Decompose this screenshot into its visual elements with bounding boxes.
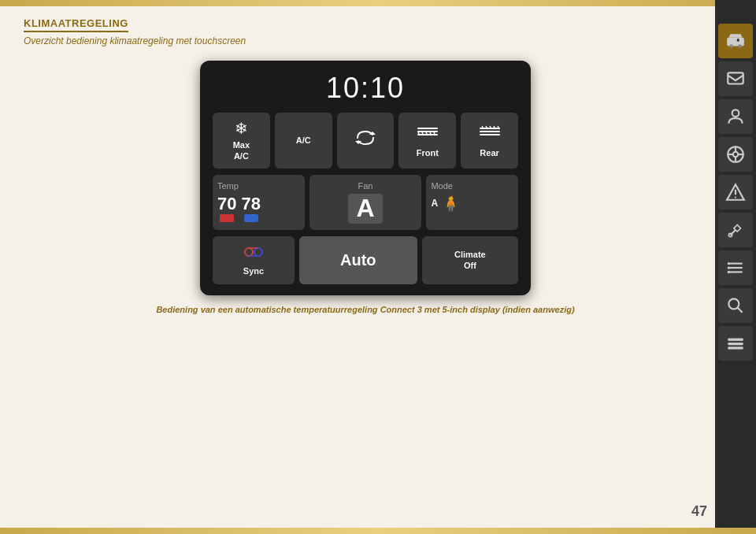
mode-value: A	[431, 198, 438, 209]
fan-panel[interactable]: Fan A	[309, 175, 422, 230]
svg-rect-12	[727, 38, 744, 46]
max-ac-label: MaxA/C	[233, 139, 250, 162]
top-button-row: ❄ MaxA/C A/C	[213, 113, 518, 169]
svg-rect-6	[480, 131, 500, 132]
sidebar-item-wheel[interactable]	[718, 137, 753, 172]
front-defrost-button[interactable]: Front	[398, 113, 456, 169]
sidebar-item-warning[interactable]	[718, 175, 753, 210]
front-defrost-label: Front	[417, 147, 439, 158]
recirculate-button[interactable]	[337, 113, 395, 169]
car-info-icon	[725, 31, 746, 51]
ac-button[interactable]: A/C	[275, 113, 332, 169]
svg-rect-37	[728, 339, 743, 341]
temp-right-value: 78	[241, 194, 260, 214]
list-icon	[725, 258, 746, 278]
svg-rect-17	[728, 72, 743, 83]
sync-label: Sync	[243, 265, 264, 276]
svg-rect-4	[417, 128, 438, 129]
fan-label: Fan	[358, 181, 373, 191]
temp-right-bar	[244, 214, 258, 222]
svg-rect-38	[728, 343, 743, 345]
sidebar-item-tools[interactable]	[718, 213, 753, 247]
rear-defrost-button[interactable]: Rear	[461, 113, 518, 169]
climate-display-panel: 10:10 ❄ MaxA/C A/C	[200, 61, 531, 295]
warning-icon	[725, 182, 746, 202]
main-content: KLIMAATREGELING Overzicht bediening klim…	[24, 16, 707, 518]
search-icon	[725, 295, 746, 316]
svg-rect-3	[417, 131, 438, 132]
ac-label: A/C	[296, 135, 311, 146]
page-number: 47	[691, 503, 707, 520]
wheel-icon	[725, 144, 746, 165]
auto-label: Auto	[340, 251, 376, 269]
climate-off-label: ClimateOff	[454, 249, 486, 272]
svg-rect-39	[728, 347, 743, 349]
recirculate-icon	[354, 128, 376, 151]
auto-button[interactable]: Auto	[299, 236, 417, 284]
extra-icon	[725, 333, 746, 354]
mode-label: Mode	[431, 181, 513, 191]
svg-point-26	[735, 196, 736, 198]
svg-point-33	[728, 266, 730, 269]
temp-label: Temp	[217, 181, 300, 191]
top-decorative-bar	[0, 0, 756, 6]
fan-value: A	[348, 194, 383, 224]
svg-line-36	[737, 307, 743, 313]
max-ac-icon: ❄	[235, 119, 248, 138]
messages-icon	[725, 69, 746, 89]
bottom-decorative-bar	[0, 528, 756, 534]
display-time: 10:10	[213, 72, 518, 105]
temp-left: 70	[217, 194, 236, 222]
sidebar-item-extra[interactable]	[718, 326, 753, 361]
temp-left-value: 70	[217, 194, 236, 214]
max-ac-button[interactable]: ❄ MaxA/C	[213, 113, 270, 169]
temp-right: 78	[241, 194, 260, 222]
display-container: 10:10 ❄ MaxA/C A/C	[24, 61, 707, 295]
svg-rect-5	[480, 134, 500, 135]
svg-point-20	[733, 152, 739, 158]
rear-defrost-icon	[478, 123, 502, 146]
tools-icon	[725, 220, 746, 240]
bottom-row: Sync Auto ClimateOff	[213, 236, 518, 284]
middle-row: Temp 70 78 Fan A	[213, 175, 518, 230]
front-defrost-icon	[416, 123, 439, 146]
svg-point-9	[254, 248, 262, 256]
sidebar	[715, 0, 756, 534]
subtitle: Overzicht bediening klimaatregeling met …	[24, 35, 707, 46]
svg-point-32	[728, 262, 730, 265]
temp-left-bar	[220, 214, 234, 222]
svg-point-13	[729, 44, 732, 47]
sync-icon	[243, 244, 265, 264]
sidebar-item-list[interactable]	[718, 250, 753, 285]
rear-defrost-label: Rear	[480, 147, 498, 158]
caption: Bediening van een automatische temperatu…	[24, 305, 707, 314]
sidebar-item-driver[interactable]	[718, 99, 753, 134]
climate-off-button[interactable]: ClimateOff	[422, 236, 518, 284]
driver-icon	[725, 106, 746, 127]
temp-values: 70 78	[217, 194, 300, 222]
sidebar-item-messages[interactable]	[718, 61, 753, 96]
sidebar-item-car-info[interactable]	[718, 24, 753, 58]
temp-panel[interactable]: Temp 70 78	[213, 175, 305, 230]
mode-panel[interactable]: Mode A 🧍	[426, 175, 518, 230]
sidebar-item-search[interactable]	[718, 288, 753, 323]
caption-bold: Bediening van een automatische temperatu…	[156, 305, 574, 314]
sync-button[interactable]: Sync	[213, 236, 295, 284]
svg-point-34	[728, 271, 730, 273]
mode-person-icon: 🧍	[441, 194, 461, 213]
svg-point-14	[738, 44, 741, 47]
svg-point-8	[245, 248, 253, 256]
svg-point-18	[732, 109, 739, 117]
section-title: KLIMAATREGELING	[24, 17, 128, 32]
